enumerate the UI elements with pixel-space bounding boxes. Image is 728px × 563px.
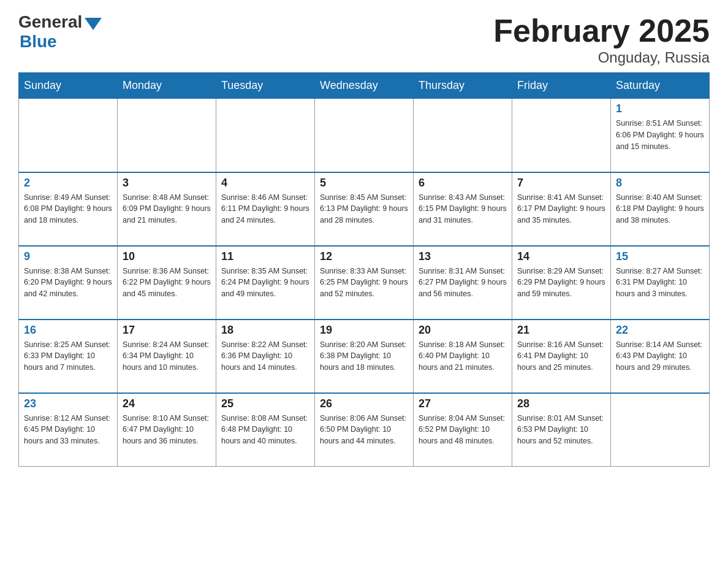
calendar-cell: 13Sunrise: 8:31 AM Sunset: 6:27 PM Dayli… (414, 246, 512, 320)
title-section: February 2025 Onguday, Russia (493, 12, 710, 66)
calendar-cell: 16Sunrise: 8:25 AM Sunset: 6:33 PM Dayli… (19, 320, 118, 393)
calendar-week-row: 16Sunrise: 8:25 AM Sunset: 6:33 PM Dayli… (19, 320, 710, 393)
day-info: Sunrise: 8:22 AM Sunset: 6:36 PM Dayligh… (221, 339, 309, 373)
calendar-cell: 3Sunrise: 8:48 AM Sunset: 6:09 PM Daylig… (118, 172, 216, 246)
calendar-week-row: 2Sunrise: 8:49 AM Sunset: 6:08 PM Daylig… (19, 172, 710, 246)
calendar-cell: 28Sunrise: 8:01 AM Sunset: 6:53 PM Dayli… (512, 393, 611, 467)
day-info: Sunrise: 8:04 AM Sunset: 6:52 PM Dayligh… (419, 413, 507, 447)
day-info: Sunrise: 8:01 AM Sunset: 6:53 PM Dayligh… (517, 413, 605, 447)
day-info: Sunrise: 8:14 AM Sunset: 6:43 PM Dayligh… (616, 339, 704, 373)
calendar-cell: 17Sunrise: 8:24 AM Sunset: 6:34 PM Dayli… (118, 320, 216, 393)
day-info: Sunrise: 8:27 AM Sunset: 6:31 PM Dayligh… (616, 266, 704, 300)
day-info: Sunrise: 8:33 AM Sunset: 6:25 PM Dayligh… (320, 266, 408, 300)
logo-triangle-icon (85, 18, 102, 30)
day-info: Sunrise: 8:08 AM Sunset: 6:48 PM Dayligh… (221, 413, 309, 447)
calendar-cell: 24Sunrise: 8:10 AM Sunset: 6:47 PM Dayli… (118, 393, 216, 467)
day-info: Sunrise: 8:41 AM Sunset: 6:17 PM Dayligh… (517, 192, 605, 226)
day-info: Sunrise: 8:51 AM Sunset: 6:06 PM Dayligh… (616, 118, 704, 152)
calendar-cell: 21Sunrise: 8:16 AM Sunset: 6:41 PM Dayli… (512, 320, 611, 393)
day-number: 10 (123, 250, 211, 263)
calendar-cell: 14Sunrise: 8:29 AM Sunset: 6:29 PM Dayli… (512, 246, 611, 320)
calendar-cell: 9Sunrise: 8:38 AM Sunset: 6:20 PM Daylig… (19, 246, 118, 320)
day-number: 19 (320, 324, 408, 337)
weekday-header: Sunday (19, 73, 118, 99)
weekday-header: Monday (118, 73, 216, 99)
day-number: 24 (123, 397, 211, 410)
day-number: 25 (221, 397, 309, 410)
calendar-table: SundayMondayTuesdayWednesdayThursdayFrid… (18, 72, 710, 467)
calendar-cell: 10Sunrise: 8:36 AM Sunset: 6:22 PM Dayli… (118, 246, 216, 320)
weekday-header: Friday (512, 73, 611, 99)
day-info: Sunrise: 8:10 AM Sunset: 6:47 PM Dayligh… (123, 413, 211, 447)
day-info: Sunrise: 8:46 AM Sunset: 6:11 PM Dayligh… (221, 192, 309, 226)
day-number: 21 (517, 324, 605, 337)
calendar-cell: 26Sunrise: 8:06 AM Sunset: 6:50 PM Dayli… (315, 393, 414, 467)
calendar-cell: 25Sunrise: 8:08 AM Sunset: 6:48 PM Dayli… (216, 393, 315, 467)
calendar-cell: 11Sunrise: 8:35 AM Sunset: 6:24 PM Dayli… (216, 246, 315, 320)
day-info: Sunrise: 8:43 AM Sunset: 6:15 PM Dayligh… (419, 192, 507, 226)
weekday-header: Thursday (414, 73, 512, 99)
day-info: Sunrise: 8:25 AM Sunset: 6:33 PM Dayligh… (24, 339, 112, 373)
calendar-cell (414, 99, 512, 172)
page-title: February 2025 (493, 12, 710, 49)
calendar-cell: 27Sunrise: 8:04 AM Sunset: 6:52 PM Dayli… (414, 393, 512, 467)
day-number: 27 (419, 397, 507, 410)
day-number: 9 (24, 250, 112, 263)
page-header: General Blue February 2025 Onguday, Russ… (18, 12, 710, 66)
calendar-header-row: SundayMondayTuesdayWednesdayThursdayFrid… (19, 73, 710, 99)
calendar-cell: 12Sunrise: 8:33 AM Sunset: 6:25 PM Dayli… (315, 246, 414, 320)
calendar-cell: 8Sunrise: 8:40 AM Sunset: 6:18 PM Daylig… (611, 172, 710, 246)
day-number: 4 (221, 177, 309, 190)
logo-blue-text: Blue (20, 32, 57, 52)
calendar-cell (216, 99, 315, 172)
day-number: 1 (616, 102, 704, 115)
weekday-header: Tuesday (216, 73, 315, 99)
calendar-cell: 1Sunrise: 8:51 AM Sunset: 6:06 PM Daylig… (611, 99, 710, 172)
day-number: 3 (123, 177, 211, 190)
day-number: 12 (320, 250, 408, 263)
day-info: Sunrise: 8:35 AM Sunset: 6:24 PM Dayligh… (221, 266, 309, 300)
calendar-cell (118, 99, 216, 172)
calendar-cell: 23Sunrise: 8:12 AM Sunset: 6:45 PM Dayli… (19, 393, 118, 467)
logo-general-text: General (18, 12, 82, 32)
calendar-cell (315, 99, 414, 172)
calendar-cell: 20Sunrise: 8:18 AM Sunset: 6:40 PM Dayli… (414, 320, 512, 393)
calendar-cell: 7Sunrise: 8:41 AM Sunset: 6:17 PM Daylig… (512, 172, 611, 246)
day-info: Sunrise: 8:18 AM Sunset: 6:40 PM Dayligh… (419, 339, 507, 373)
day-number: 18 (221, 324, 309, 337)
day-number: 11 (221, 250, 309, 263)
page-subtitle: Onguday, Russia (493, 49, 710, 66)
day-number: 5 (320, 177, 408, 190)
day-info: Sunrise: 8:29 AM Sunset: 6:29 PM Dayligh… (517, 266, 605, 300)
weekday-header: Wednesday (315, 73, 414, 99)
day-info: Sunrise: 8:40 AM Sunset: 6:18 PM Dayligh… (616, 192, 704, 226)
calendar-week-row: 9Sunrise: 8:38 AM Sunset: 6:20 PM Daylig… (19, 246, 710, 320)
day-info: Sunrise: 8:12 AM Sunset: 6:45 PM Dayligh… (24, 413, 112, 447)
calendar-week-row: 1Sunrise: 8:51 AM Sunset: 6:06 PM Daylig… (19, 99, 710, 172)
calendar-cell: 5Sunrise: 8:45 AM Sunset: 6:13 PM Daylig… (315, 172, 414, 246)
day-info: Sunrise: 8:38 AM Sunset: 6:20 PM Dayligh… (24, 266, 112, 300)
day-number: 22 (616, 324, 704, 337)
day-number: 20 (419, 324, 507, 337)
calendar-cell: 6Sunrise: 8:43 AM Sunset: 6:15 PM Daylig… (414, 172, 512, 246)
day-number: 13 (419, 250, 507, 263)
day-number: 23 (24, 397, 112, 410)
day-number: 28 (517, 397, 605, 410)
calendar-cell (512, 99, 611, 172)
calendar-cell: 2Sunrise: 8:49 AM Sunset: 6:08 PM Daylig… (19, 172, 118, 246)
weekday-header: Saturday (611, 73, 710, 99)
logo: General Blue (18, 12, 102, 52)
day-info: Sunrise: 8:24 AM Sunset: 6:34 PM Dayligh… (123, 339, 211, 373)
calendar-cell (611, 393, 710, 467)
day-number: 15 (616, 250, 704, 263)
day-number: 17 (123, 324, 211, 337)
day-number: 2 (24, 177, 112, 190)
calendar-cell (19, 99, 118, 172)
calendar-cell: 4Sunrise: 8:46 AM Sunset: 6:11 PM Daylig… (216, 172, 315, 246)
day-number: 26 (320, 397, 408, 410)
calendar-cell: 18Sunrise: 8:22 AM Sunset: 6:36 PM Dayli… (216, 320, 315, 393)
calendar-cell: 19Sunrise: 8:20 AM Sunset: 6:38 PM Dayli… (315, 320, 414, 393)
day-info: Sunrise: 8:48 AM Sunset: 6:09 PM Dayligh… (123, 192, 211, 226)
day-info: Sunrise: 8:20 AM Sunset: 6:38 PM Dayligh… (320, 339, 408, 373)
calendar-cell: 15Sunrise: 8:27 AM Sunset: 6:31 PM Dayli… (611, 246, 710, 320)
